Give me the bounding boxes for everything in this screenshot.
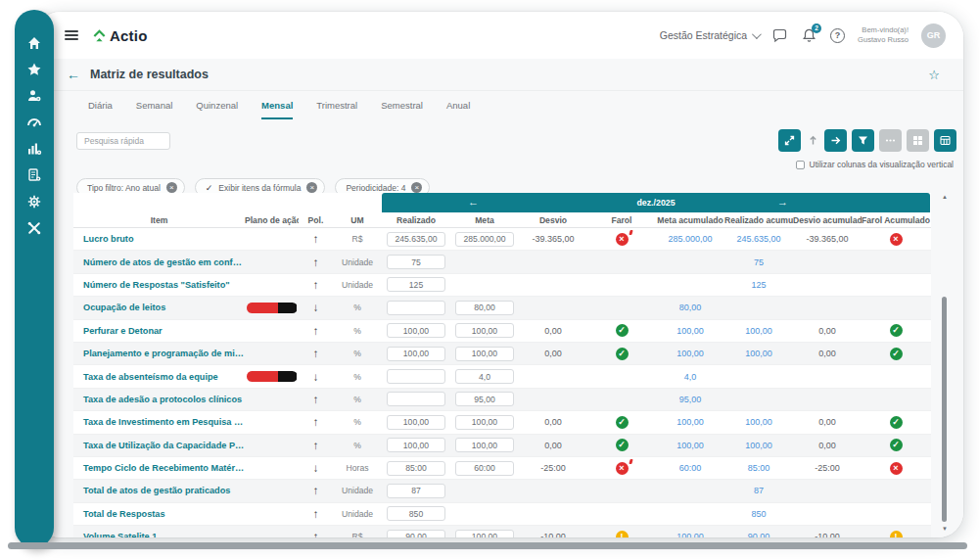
realizado-input[interactable] (387, 232, 445, 247)
meta-input[interactable] (455, 392, 514, 406)
item-link[interactable]: Total de atos de gestão praticados (73, 486, 245, 495)
realizado-input[interactable] (387, 506, 445, 521)
farol-acumulado-red-icon[interactable]: × (890, 233, 903, 246)
farol-green-icon[interactable]: ✓ (616, 416, 629, 429)
calendar-view-icon[interactable] (934, 129, 956, 152)
app-logo[interactable]: Actio (92, 27, 148, 44)
help-icon[interactable]: ? (830, 28, 845, 43)
farol-red-icon[interactable]: × (616, 462, 629, 475)
meta-input[interactable] (455, 369, 514, 384)
tab-mensal[interactable]: Mensal (261, 100, 293, 119)
dashboard-gauge-icon[interactable] (26, 115, 42, 130)
farol-yellow-icon[interactable]: ! (616, 531, 629, 537)
item-link[interactable]: Total de Respostas (73, 509, 245, 519)
move-up-icon[interactable] (806, 129, 819, 152)
tab-trimestral[interactable]: Trimestral (316, 100, 357, 117)
farol-acumulado-red-icon[interactable]: × (890, 462, 903, 475)
tab-diária[interactable]: Diária (88, 100, 113, 117)
chat-icon[interactable] (771, 27, 788, 44)
realizado-input[interactable] (387, 438, 445, 452)
realizado-input[interactable] (387, 484, 445, 498)
farol-green-icon[interactable]: ✓ (616, 324, 629, 337)
farol-acumulado-green-icon[interactable]: ✓ (890, 324, 903, 337)
unit-cell: R$ (333, 234, 382, 244)
vertical-scrollbar[interactable]: ▲ ▼ (940, 194, 950, 534)
item-link[interactable]: Número de atos de gestão em conformidade (73, 257, 245, 267)
meta-input[interactable] (455, 301, 514, 315)
realizado-input[interactable] (387, 530, 445, 537)
horizontal-scrollbar[interactable] (8, 542, 967, 549)
filter-icon[interactable] (852, 129, 874, 152)
vertical-scrollbar-thumb[interactable] (942, 297, 947, 522)
action-plan-bar[interactable] (247, 303, 298, 313)
meta-input[interactable] (455, 347, 514, 361)
notifications-bell-icon[interactable]: 2 (801, 27, 817, 44)
chip-close-icon[interactable]: × (411, 182, 422, 193)
farol-green-icon[interactable]: ✓ (616, 348, 629, 360)
action-plan-bar[interactable] (247, 371, 298, 382)
settings-gear-icon[interactable] (26, 194, 42, 210)
scroll-up-icon[interactable]: ▲ (940, 194, 950, 200)
favorite-star-icon[interactable]: ☆ (928, 68, 940, 82)
users-icon[interactable] (26, 88, 42, 104)
item-link[interactable]: Volume Satelite 1 (73, 532, 245, 537)
farol-red-icon[interactable]: × (616, 233, 629, 246)
meta-input[interactable] (455, 461, 514, 476)
avatar[interactable]: GR (921, 23, 946, 48)
farol-acumulado-green-icon[interactable]: ✓ (890, 439, 903, 451)
realizado-input[interactable] (387, 347, 445, 361)
item-link[interactable]: Taxa de adesão a protocolos clínicos (73, 395, 245, 404)
farol-acumulado-green-icon[interactable]: ✓ (890, 348, 903, 360)
tab-semestral[interactable]: Semestral (381, 100, 423, 117)
vertical-columns-checkbox[interactable] (796, 161, 805, 169)
item-link[interactable]: Número de Respostas "Satisfeito" (73, 280, 245, 290)
back-icon[interactable]: ← (67, 67, 80, 82)
realizado-input[interactable] (387, 277, 445, 292)
meta-input[interactable] (455, 438, 514, 452)
realizado-input[interactable] (387, 392, 445, 406)
farol-acumulado-yellow-icon[interactable]: ! (890, 531, 903, 537)
chip-close-icon[interactable]: × (166, 182, 177, 193)
column-header: Meta (450, 215, 519, 225)
scroll-down-icon[interactable]: ▼ (940, 526, 950, 532)
search-input[interactable] (76, 132, 170, 150)
chip-close-icon[interactable]: × (306, 182, 317, 193)
item-link[interactable]: Tempo Ciclo de Recebimento Matéria-Prima (73, 463, 245, 473)
realizado-input[interactable] (387, 461, 445, 476)
module-select[interactable]: Gestão Estratégica (660, 29, 759, 41)
item-link[interactable]: Taxa de Utilização da Capacidade Produti… (73, 441, 245, 450)
realizado-input[interactable] (387, 415, 445, 430)
tab-semanal[interactable]: Semanal (136, 100, 173, 117)
farol-acumulado-green-icon[interactable]: ✓ (890, 416, 903, 429)
arrow-right-icon[interactable] (824, 129, 847, 152)
expand-icon[interactable] (778, 129, 801, 152)
documents-icon[interactable] (26, 167, 42, 183)
item-link[interactable]: Planejamento e programação de mina (73, 349, 245, 358)
item-link[interactable]: Taxa de Investimento em Pesquisa e Desen… (73, 417, 245, 427)
realizado-input[interactable] (387, 301, 445, 315)
item-link[interactable]: Ocupação de leitos (73, 303, 245, 312)
meta-input[interactable] (455, 530, 514, 537)
realizado-input[interactable] (387, 369, 445, 384)
item-link[interactable]: Perfurar e Detonar (73, 326, 245, 336)
realizado-input[interactable] (387, 323, 445, 338)
menu-icon[interactable] (65, 30, 78, 40)
farol-green-icon[interactable]: ✓ (616, 439, 629, 451)
more-options-icon[interactable] (879, 129, 902, 152)
favorites-star-icon[interactable] (26, 62, 42, 77)
columns-grid-icon[interactable] (907, 129, 929, 152)
meta-input[interactable] (455, 232, 514, 247)
period-prev-icon[interactable]: ← (468, 196, 479, 208)
tab-quinzenal[interactable]: Quinzenal (196, 100, 238, 117)
tools-icon[interactable] (26, 220, 42, 236)
item-link[interactable]: Lucro bruto (73, 234, 245, 244)
vertical-columns-toggle[interactable]: Utilizar colunas da visualização vertica… (796, 160, 954, 169)
home-icon[interactable] (26, 35, 42, 51)
item-link[interactable]: Taxa de absenteísmo da equipe (73, 372, 245, 382)
tab-anual[interactable]: Anual (446, 100, 470, 117)
period-next-icon[interactable]: → (777, 196, 788, 208)
meta-input[interactable] (455, 323, 514, 338)
meta-input[interactable] (455, 415, 514, 430)
realizado-input[interactable] (387, 255, 445, 269)
indicators-chart-icon[interactable] (26, 141, 42, 157)
